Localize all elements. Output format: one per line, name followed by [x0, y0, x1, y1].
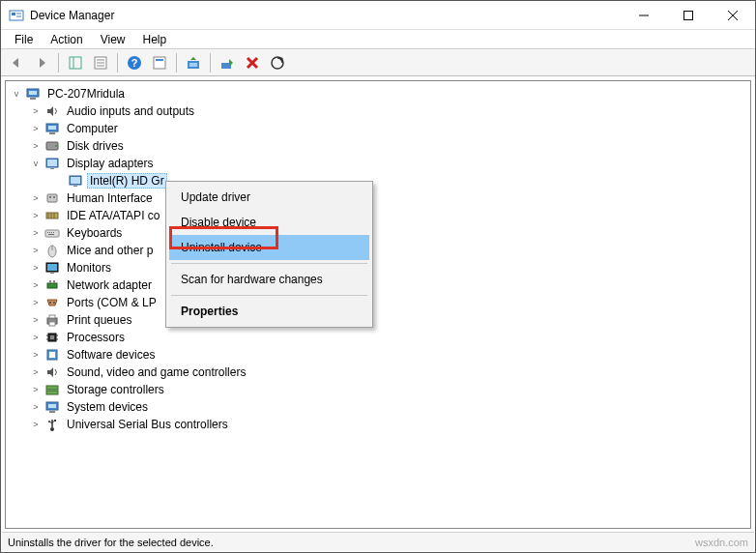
tree-item-hid[interactable]: > Human Interface [6, 189, 750, 207]
svg-point-59 [49, 302, 51, 304]
back-button[interactable] [5, 51, 28, 74]
svg-rect-76 [49, 411, 55, 413]
action-menu-button[interactable] [148, 51, 171, 74]
tree-item-ports[interactable]: > Ports (COM & LP [6, 294, 750, 311]
show-hide-console-tree-button[interactable] [64, 51, 87, 74]
tree-item-disk[interactable]: > Disk drives [6, 137, 750, 155]
tree-item-intel-graphics[interactable]: Intel(R) HD Gr [6, 172, 750, 189]
tree-item-usb[interactable]: > Universal Serial Bus controllers [6, 416, 750, 433]
tree-item-software[interactable]: > Software devices [6, 346, 750, 364]
svg-rect-72 [46, 386, 58, 390]
svg-rect-17 [156, 59, 163, 61]
tree-item-processors[interactable]: > Processors [6, 329, 750, 346]
svg-rect-56 [47, 283, 57, 288]
expand-icon[interactable]: > [29, 383, 43, 396]
expand-icon[interactable]: > [29, 191, 43, 205]
svg-rect-5 [684, 11, 693, 19]
forward-button[interactable] [30, 51, 53, 74]
svg-rect-47 [49, 232, 50, 233]
tree-item-computer[interactable]: > Computer [6, 120, 750, 137]
tree-item-display[interactable]: v Display adapters [6, 155, 750, 172]
help-button[interactable]: ? [123, 51, 146, 74]
toolbar-separator [210, 53, 211, 73]
display-icon [68, 173, 83, 189]
svg-rect-49 [53, 232, 54, 233]
uninstall-device-button[interactable] [241, 51, 264, 74]
minimize-button[interactable] [622, 1, 666, 30]
ctx-separator [171, 263, 367, 264]
expand-icon[interactable]: > [29, 104, 43, 118]
disk-icon [44, 138, 60, 154]
menu-action[interactable]: Action [43, 31, 90, 48]
tree-item-label: Universal Serial Bus controllers [64, 417, 231, 432]
mouse-icon [44, 243, 60, 258]
tree-item-print-queues[interactable]: > Print queues [6, 311, 750, 329]
toolbar-separator [176, 53, 177, 73]
computer-icon [25, 86, 41, 102]
expand-icon[interactable]: > [29, 139, 43, 153]
scan-hardware-button[interactable] [266, 51, 289, 74]
svg-point-77 [50, 427, 54, 431]
svg-rect-8 [70, 57, 81, 69]
expand-icon[interactable]: > [29, 365, 43, 379]
expand-icon[interactable]: > [29, 313, 43, 327]
watermark: wsxdn.com [695, 537, 748, 548]
menu-help[interactable]: Help [135, 31, 175, 48]
svg-rect-33 [47, 160, 57, 166]
svg-point-60 [53, 302, 55, 304]
menu-file[interactable]: File [7, 31, 41, 48]
svg-rect-40 [53, 196, 55, 198]
expand-icon[interactable]: > [29, 296, 43, 309]
tree-root[interactable]: v PC-207Mridula [6, 85, 750, 102]
tree-item-label: Monitors [64, 260, 114, 276]
expand-icon[interactable]: > [29, 209, 43, 222]
expand-icon[interactable]: > [29, 226, 43, 240]
tree-item-mice[interactable]: > Mice and other p [6, 242, 750, 259]
svg-rect-16 [154, 57, 165, 69]
menu-view[interactable]: View [93, 31, 133, 48]
expand-icon[interactable]: > [29, 348, 43, 362]
ctx-update-driver[interactable]: Update driver [169, 185, 369, 210]
status-bar: Uninstalls the driver for the selected d… [2, 532, 754, 551]
close-button[interactable] [711, 1, 755, 30]
ctx-scan-hardware[interactable]: Scan for hardware changes [169, 267, 369, 292]
collapse-icon[interactable]: v [29, 157, 43, 170]
ctx-properties[interactable]: Properties [169, 299, 369, 324]
expand-icon[interactable]: > [29, 244, 43, 257]
expand-icon[interactable]: > [29, 122, 43, 135]
svg-rect-2 [16, 13, 21, 15]
expand-icon[interactable]: > [29, 331, 43, 344]
software-icon [44, 347, 60, 363]
toolbar-separator [117, 53, 118, 73]
tree-item-keyboards[interactable]: > Keyboards [6, 224, 750, 242]
tree-item-system[interactable]: > System devices [6, 398, 750, 416]
expand-icon[interactable]: > [29, 400, 43, 414]
enable-device-button[interactable] [216, 51, 239, 74]
device-tree-panel[interactable]: v PC-207Mridula > Audio inputs and outpu… [5, 80, 751, 529]
tree-item-storage[interactable]: > Storage controllers [6, 381, 750, 398]
expand-icon[interactable]: > [29, 278, 43, 292]
svg-rect-73 [46, 391, 58, 394]
svg-rect-75 [48, 404, 56, 408]
expand-icon[interactable]: > [29, 261, 43, 275]
tree-root-label: PC-207Mridula [44, 86, 128, 102]
collapse-icon[interactable]: v [10, 87, 23, 101]
svg-rect-38 [47, 194, 57, 202]
tree-item-network[interactable]: > Network adapter [6, 276, 750, 294]
svg-text:?: ? [131, 57, 138, 69]
expand-icon[interactable]: > [29, 418, 43, 431]
tree-item-audio[interactable]: > Audio inputs and outputs [6, 102, 750, 120]
tree-item-label: Storage controllers [64, 382, 167, 397]
tree-item-monitors[interactable]: > Monitors [6, 259, 750, 276]
maximize-button[interactable] [666, 1, 711, 30]
tree-item-sound[interactable]: > Sound, video and game controllers [6, 364, 750, 381]
ctx-uninstall-device[interactable]: Uninstall device [169, 235, 369, 260]
ctx-disable-device[interactable]: Disable device [169, 210, 369, 235]
svg-rect-25 [29, 91, 37, 95]
update-driver-button[interactable] [182, 51, 205, 74]
properties-button[interactable] [89, 51, 112, 74]
tree-item-ide[interactable]: > IDE ATA/ATAPI co [6, 207, 750, 224]
svg-rect-28 [48, 126, 56, 130]
svg-rect-55 [50, 273, 54, 274]
tree-item-label: Computer [64, 121, 121, 136]
